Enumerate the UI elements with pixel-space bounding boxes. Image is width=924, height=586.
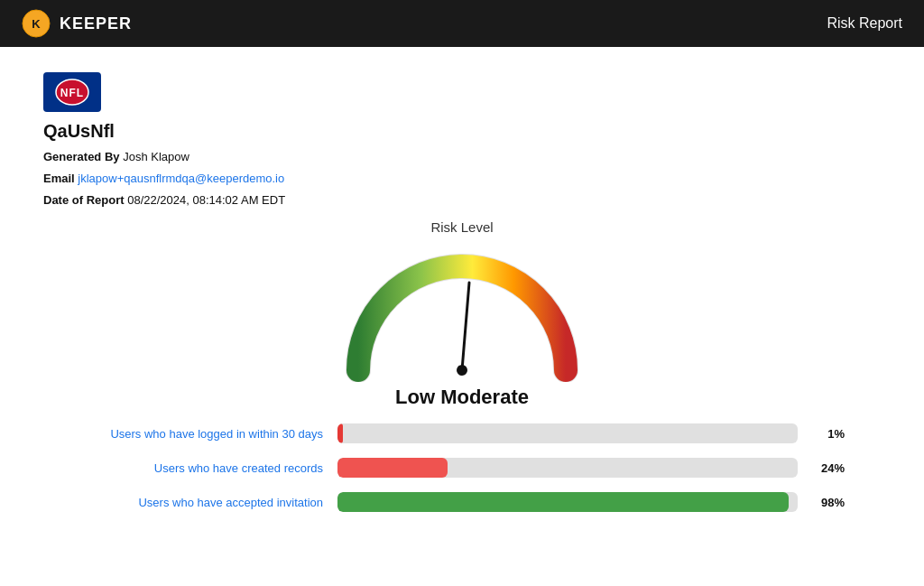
stat-row: Users who have accepted invitation98% [79,492,845,512]
logo-container: K KEEPER [22,9,132,38]
nfl-logo: NFL [43,72,101,112]
svg-line-5 [462,283,469,370]
company-section: NFL QaUsNfl Generated By Josh Klapow Ema… [43,72,881,210]
header: K KEEPER Risk Report [0,0,924,47]
svg-point-6 [457,365,467,376]
stat-label[interactable]: Users who have created records [79,461,323,475]
keeper-logo-icon: K [22,9,51,38]
header-title: Risk Report [827,15,902,32]
svg-text:NFL: NFL [60,87,84,99]
stat-label[interactable]: Users who have logged in within 30 days [79,427,323,441]
risk-level-label: Risk Level [430,219,493,235]
stat-bar-container [337,492,798,512]
stat-label[interactable]: Users who have accepted invitation [79,496,323,509]
stat-percent: 1% [812,427,845,441]
stat-bar-container [337,423,798,443]
company-name: QaUsNfl [43,121,881,142]
stats-rows: Users who have logged in within 30 days1… [79,423,845,512]
svg-text:K: K [32,17,41,31]
gauge-section: Risk Level [43,219,881,409]
stat-bar-fill [337,458,448,478]
gauge-value-label: Low Moderate [395,386,529,409]
stat-bar-fill [337,423,343,443]
stat-row: Users who have created records24% [79,458,845,478]
main-content: NFL QaUsNfl Generated By Josh Klapow Ema… [0,47,924,552]
stat-percent: 98% [812,496,845,509]
date-row: Date of Report 08/22/2024, 08:14:02 AM E… [43,191,881,210]
stat-bar-fill [337,492,789,512]
stats-section: Users who have logged in within 30 days1… [43,423,881,512]
gauge-svg [336,242,588,382]
gauge-container [336,242,588,382]
email-value[interactable]: jklapow+qausnflrmdqa@keeperdemo.io [78,172,284,185]
stat-bar-container [337,458,798,478]
generated-by-row: Generated By Josh Klapow [43,147,881,167]
stat-percent: 24% [812,461,845,475]
keeper-logo-text: KEEPER [60,14,132,33]
stat-row: Users who have logged in within 30 days1… [79,423,845,443]
email-row: Email jklapow+qausnflrmdqa@keeperdemo.io [43,169,881,189]
